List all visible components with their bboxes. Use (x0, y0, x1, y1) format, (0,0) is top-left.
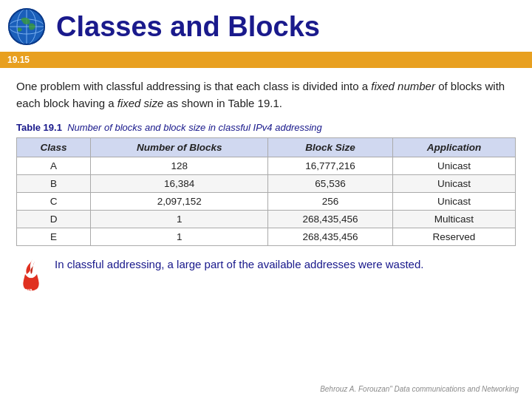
table-cell: 268,435,456 (268, 211, 393, 228)
footer-text: In classful addressing, a large part of … (55, 256, 516, 273)
table-cell: Unicast (392, 175, 515, 193)
table-cell: D (17, 211, 91, 228)
orange-stripe: 19.15 (0, 52, 532, 68)
globe-icon (7, 7, 46, 46)
table-cell: 16,777,216 (268, 157, 393, 175)
table-cell: 2,097,152 (91, 193, 268, 211)
table-row: B16,38465,536Unicast (17, 175, 516, 193)
page-title: Classes and Blocks (56, 11, 320, 43)
table-cell: 256 (268, 193, 393, 211)
table-row: A12816,777,216Unicast (17, 157, 516, 175)
table-caption-text: Number of blocks and block size in class… (67, 122, 322, 133)
table-cell: Reserved (392, 228, 515, 246)
table-cell: Multicast (392, 211, 515, 228)
intro-paragraph: One problem with classful addressing is … (16, 78, 516, 112)
col-header-class: Class (17, 138, 91, 157)
table-row: D1268,435,456Multicast (17, 211, 516, 228)
table-caption: Table 19.1 Number of blocks and block si… (16, 122, 516, 133)
header: Classes and Blocks (0, 0, 532, 52)
table-cell: B (17, 175, 91, 193)
table-cell: E (17, 228, 91, 246)
table-cell: Unicast (392, 157, 515, 175)
table-cell: 268,435,456 (268, 228, 393, 246)
java-icon: java (16, 258, 46, 293)
table-cell: A (17, 157, 91, 175)
table-row: C2,097,152256Unicast (17, 193, 516, 211)
table-header-row: Class Number of Blocks Block Size Applic… (17, 138, 516, 157)
col-header-blocks: Number of Blocks (91, 138, 268, 157)
main-content: One problem with classful addressing is … (0, 68, 532, 301)
table-cell: 16,384 (91, 175, 268, 193)
table-cell: 1 (91, 228, 268, 246)
table-row: E1268,435,456Reserved (17, 228, 516, 246)
attribution: Behrouz A. Forouzan" Data communications… (320, 385, 519, 393)
table-cell: 128 (91, 157, 268, 175)
col-header-size: Block Size (268, 138, 393, 157)
table-cell: 65,536 (268, 175, 393, 193)
col-header-app: Application (392, 138, 515, 157)
slide-number: 19.15 (7, 55, 30, 65)
table-cell: Unicast (392, 193, 515, 211)
footer-note: java In classful addressing, a large par… (16, 256, 516, 293)
data-table: Class Number of Blocks Block Size Applic… (16, 137, 516, 246)
svg-text:java: java (21, 287, 33, 293)
table-cell: 1 (91, 211, 268, 228)
table-caption-label: Table 19.1 (16, 122, 62, 133)
table-cell: C (17, 193, 91, 211)
